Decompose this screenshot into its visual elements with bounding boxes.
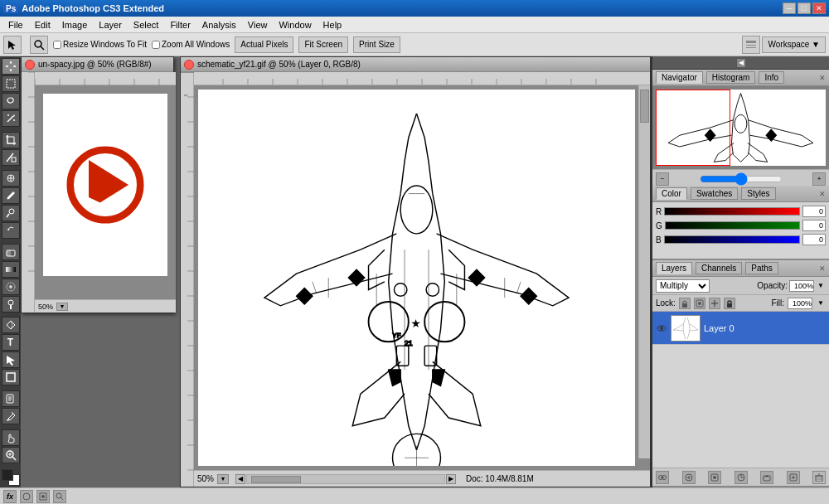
status-zoom-icon[interactable]	[53, 490, 66, 503]
lock-transparent-icon[interactable]	[679, 298, 691, 309]
r-slider[interactable]	[664, 207, 800, 216]
link-layers-icon[interactable]	[656, 471, 669, 484]
layers-panel-close[interactable]: ✕	[819, 264, 826, 273]
tool-gradient[interactable]	[2, 261, 20, 278]
doc-main-hscrollbar[interactable]	[246, 474, 445, 484]
tool-zoom[interactable]	[2, 447, 20, 463]
nav-zoom-out-icon[interactable]: −	[656, 172, 669, 186]
lock-image-icon[interactable]	[694, 298, 705, 309]
menu-item-image[interactable]: Image	[57, 19, 93, 31]
b-value[interactable]	[802, 234, 826, 245]
add-mask-icon[interactable]	[708, 471, 721, 484]
foreground-swatch[interactable]	[2, 469, 13, 481]
status-fx-icon[interactable]: fx	[3, 490, 17, 503]
fill-input[interactable]	[788, 298, 812, 309]
zoom-all-windows-checkbox[interactable]	[152, 41, 160, 49]
tool-notes[interactable]	[2, 390, 20, 407]
color-panel-close[interactable]: ✕	[819, 190, 826, 198]
tool-healing[interactable]	[2, 170, 20, 187]
doc-small-zoom-menu[interactable]: ▼	[56, 303, 68, 311]
print-size-button[interactable]: Print Size	[353, 36, 400, 53]
tab-histogram[interactable]: Histogram	[706, 71, 756, 84]
tool-move[interactable]	[2, 58, 20, 75]
menu-item-select[interactable]: Select	[128, 19, 164, 31]
tab-info[interactable]: Info	[759, 71, 784, 84]
expand-panels-btn[interactable]: ◀	[736, 58, 746, 68]
workspace-button[interactable]: Workspace ▼	[762, 36, 826, 53]
tab-channels[interactable]: Channels	[696, 262, 742, 274]
tool-shape[interactable]	[2, 369, 20, 385]
svg-rect-3	[746, 45, 756, 46]
g-slider[interactable]	[665, 221, 800, 230]
tab-swatches[interactable]: Swatches	[691, 187, 738, 200]
tool-type[interactable]: T	[2, 334, 20, 351]
tab-styles[interactable]: Styles	[741, 187, 775, 200]
tab-layers[interactable]: Layers	[656, 262, 692, 274]
tab-paths[interactable]: Paths	[745, 262, 778, 274]
scroll-right-btn[interactable]: ▶	[446, 474, 456, 484]
lock-all-icon[interactable]	[724, 298, 735, 309]
doc-main-close[interactable]	[184, 60, 194, 70]
new-group-icon[interactable]	[760, 471, 773, 484]
tool-lasso[interactable]	[2, 93, 20, 109]
status-mask-icon[interactable]	[36, 490, 50, 503]
tool-path-select[interactable]	[2, 351, 20, 368]
fit-screen-button[interactable]: Fit Screen	[298, 36, 348, 53]
tool-eraser[interactable]	[2, 244, 20, 260]
tool-select-icon[interactable]	[3, 36, 22, 54]
layer-eye-0[interactable]	[656, 322, 667, 334]
tool-crop[interactable]	[2, 132, 20, 148]
status-effect-icon[interactable]	[20, 490, 33, 503]
layer-item-0[interactable]: Layer 0	[652, 312, 829, 345]
menu-item-file[interactable]: File	[3, 19, 28, 31]
zoom-icon[interactable]	[30, 36, 48, 54]
zoom-all-windows-checkbox-label[interactable]: Zoom All Windows	[152, 40, 230, 49]
tool-slice[interactable]	[2, 149, 20, 166]
close-button[interactable]: ✕	[812, 2, 826, 14]
menu-item-view[interactable]: View	[243, 19, 273, 31]
menu-item-layer[interactable]: Layer	[94, 19, 127, 31]
tool-dodge[interactable]	[2, 296, 20, 313]
b-slider[interactable]	[664, 235, 800, 244]
resize-windows-checkbox[interactable]	[53, 41, 61, 49]
tool-magic-wand[interactable]	[2, 110, 20, 127]
fg-bg-swatches[interactable]	[2, 469, 20, 486]
doc-small-close[interactable]	[25, 60, 35, 70]
lock-position-icon[interactable]	[709, 298, 720, 309]
menu-item-window[interactable]: Window	[274, 19, 316, 31]
r-value[interactable]	[802, 206, 826, 217]
menu-item-edit[interactable]: Edit	[30, 19, 56, 31]
tool-history-brush[interactable]	[2, 222, 20, 239]
tab-color[interactable]: Color	[656, 187, 687, 200]
tool-hand[interactable]	[2, 429, 20, 446]
opacity-arrow[interactable]: ▼	[816, 281, 826, 291]
g-value[interactable]	[802, 220, 826, 231]
maximize-button[interactable]: □	[797, 2, 811, 14]
minimize-button[interactable]: ─	[783, 2, 796, 14]
scroll-left-btn[interactable]: ◀	[235, 474, 245, 484]
add-style-icon[interactable]	[682, 471, 696, 484]
doc-main-zoom-menu[interactable]: ▼	[217, 474, 229, 484]
nav-zoom-slider[interactable]	[700, 175, 783, 183]
blend-mode-select[interactable]: Multiply Normal Screen Overlay	[656, 279, 710, 293]
menu-item-filter[interactable]: Filter	[165, 19, 195, 31]
tool-blur[interactable]	[2, 279, 20, 295]
fill-arrow[interactable]: ▼	[816, 298, 826, 308]
tool-eyedropper[interactable]	[2, 408, 20, 424]
opacity-input[interactable]	[789, 280, 814, 292]
menu-item-help[interactable]: Help	[318, 19, 347, 31]
actual-pixels-button[interactable]: Actual Pixels	[235, 36, 293, 53]
tool-brush[interactable]	[2, 187, 20, 204]
tool-stamp[interactable]	[2, 205, 20, 221]
adjustment-layer-icon[interactable]	[734, 471, 748, 484]
doc-main-vscrollbar[interactable]	[638, 85, 650, 458]
tool-marquee[interactable]	[2, 75, 20, 92]
delete-layer-icon[interactable]	[812, 471, 826, 484]
tool-pen[interactable]	[2, 317, 20, 333]
menu-item-analysis[interactable]: Analysis	[197, 19, 241, 31]
navigator-panel-close[interactable]: ✕	[819, 74, 826, 82]
new-layer-icon[interactable]	[787, 471, 800, 484]
nav-zoom-in-icon[interactable]: +	[812, 172, 826, 186]
resize-windows-checkbox-label[interactable]: Resize Windows To Fit	[53, 40, 147, 49]
tab-navigator[interactable]: Navigator	[656, 71, 703, 84]
